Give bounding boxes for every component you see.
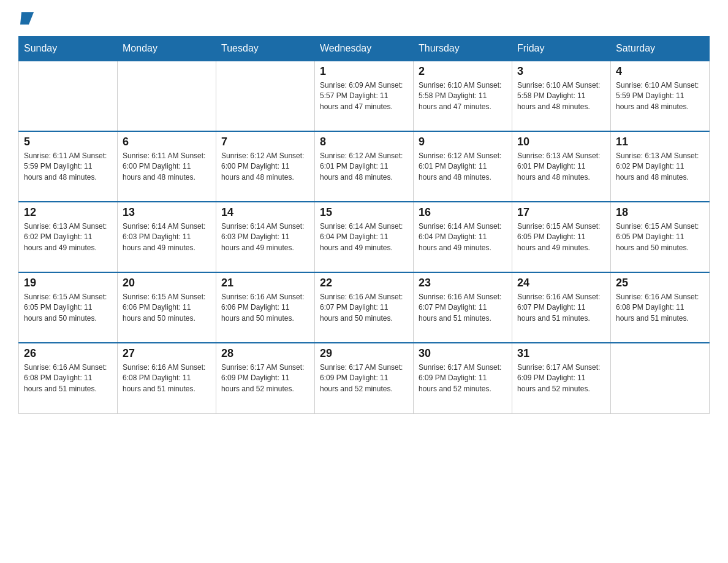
calendar-cell: 28Sunrise: 6:17 AM Sunset: 6:09 PM Dayli… xyxy=(216,343,315,413)
day-info: Sunrise: 6:16 AM Sunset: 6:06 PM Dayligh… xyxy=(221,292,309,324)
day-of-week-header: Tuesday xyxy=(216,37,315,61)
day-number: 6 xyxy=(123,136,211,148)
calendar-cell: 9Sunrise: 6:12 AM Sunset: 6:01 PM Daylig… xyxy=(414,131,512,202)
calendar-cell: 6Sunrise: 6:11 AM Sunset: 6:00 PM Daylig… xyxy=(118,131,216,202)
day-number: 15 xyxy=(320,206,408,219)
calendar-week-row: 1Sunrise: 6:09 AM Sunset: 5:57 PM Daylig… xyxy=(19,61,710,131)
day-info: Sunrise: 6:13 AM Sunset: 6:01 PM Dayligh… xyxy=(517,151,605,183)
day-number: 20 xyxy=(123,277,211,289)
day-number: 28 xyxy=(221,347,309,360)
day-number: 4 xyxy=(616,65,704,78)
day-number: 11 xyxy=(616,136,704,148)
day-info: Sunrise: 6:10 AM Sunset: 5:58 PM Dayligh… xyxy=(419,80,507,112)
calendar-cell: 20Sunrise: 6:15 AM Sunset: 6:06 PM Dayli… xyxy=(118,272,216,343)
calendar-cell: 24Sunrise: 6:16 AM Sunset: 6:07 PM Dayli… xyxy=(512,272,611,343)
day-of-week-header: Friday xyxy=(512,37,611,61)
calendar-header-row: SundayMondayTuesdayWednesdayThursdayFrid… xyxy=(19,37,710,61)
day-number: 27 xyxy=(123,347,211,360)
calendar-week-row: 19Sunrise: 6:15 AM Sunset: 6:05 PM Dayli… xyxy=(19,272,710,343)
day-number: 31 xyxy=(517,347,605,360)
calendar-cell: 18Sunrise: 6:15 AM Sunset: 6:05 PM Dayli… xyxy=(611,202,710,272)
day-number: 17 xyxy=(517,206,605,219)
day-info: Sunrise: 6:16 AM Sunset: 6:08 PM Dayligh… xyxy=(616,292,704,324)
calendar-table: SundayMondayTuesdayWednesdayThursdayFrid… xyxy=(18,36,710,414)
day-of-week-header: Saturday xyxy=(611,37,710,61)
day-info: Sunrise: 6:16 AM Sunset: 6:07 PM Dayligh… xyxy=(517,292,605,324)
day-number: 26 xyxy=(24,347,112,360)
calendar-cell: 21Sunrise: 6:16 AM Sunset: 6:06 PM Dayli… xyxy=(216,272,315,343)
calendar-cell: 3Sunrise: 6:10 AM Sunset: 5:58 PM Daylig… xyxy=(512,61,611,131)
day-info: Sunrise: 6:13 AM Sunset: 6:02 PM Dayligh… xyxy=(24,221,112,253)
day-number: 14 xyxy=(221,206,309,219)
day-info: Sunrise: 6:14 AM Sunset: 6:03 PM Dayligh… xyxy=(221,221,309,253)
page-header xyxy=(18,12,710,25)
day-info: Sunrise: 6:09 AM Sunset: 5:57 PM Dayligh… xyxy=(320,80,408,112)
day-number: 2 xyxy=(419,65,507,78)
calendar-cell: 29Sunrise: 6:17 AM Sunset: 6:09 PM Dayli… xyxy=(315,343,414,413)
day-info: Sunrise: 6:16 AM Sunset: 6:08 PM Dayligh… xyxy=(24,362,112,394)
calendar-cell: 4Sunrise: 6:10 AM Sunset: 5:59 PM Daylig… xyxy=(611,61,710,131)
day-number: 9 xyxy=(419,136,507,148)
calendar-cell: 8Sunrise: 6:12 AM Sunset: 6:01 PM Daylig… xyxy=(315,131,414,202)
calendar-cell: 11Sunrise: 6:13 AM Sunset: 6:02 PM Dayli… xyxy=(611,131,710,202)
day-info: Sunrise: 6:11 AM Sunset: 5:59 PM Dayligh… xyxy=(24,151,112,183)
calendar-cell: 22Sunrise: 6:16 AM Sunset: 6:07 PM Dayli… xyxy=(315,272,414,343)
calendar-week-row: 5Sunrise: 6:11 AM Sunset: 5:59 PM Daylig… xyxy=(19,131,710,202)
day-number: 12 xyxy=(24,206,112,219)
calendar-week-row: 26Sunrise: 6:16 AM Sunset: 6:08 PM Dayli… xyxy=(19,343,710,413)
day-info: Sunrise: 6:16 AM Sunset: 6:07 PM Dayligh… xyxy=(419,292,507,324)
day-number: 29 xyxy=(320,347,408,360)
calendar-cell: 16Sunrise: 6:14 AM Sunset: 6:04 PM Dayli… xyxy=(414,202,512,272)
day-info: Sunrise: 6:15 AM Sunset: 6:06 PM Dayligh… xyxy=(123,292,211,324)
day-info: Sunrise: 6:16 AM Sunset: 6:08 PM Dayligh… xyxy=(123,362,211,394)
day-of-week-header: Monday xyxy=(118,37,216,61)
calendar-cell: 30Sunrise: 6:17 AM Sunset: 6:09 PM Dayli… xyxy=(414,343,512,413)
day-number: 13 xyxy=(123,206,211,219)
calendar-cell: 19Sunrise: 6:15 AM Sunset: 6:05 PM Dayli… xyxy=(19,272,118,343)
day-number: 23 xyxy=(419,277,507,289)
calendar-cell: 31Sunrise: 6:17 AM Sunset: 6:09 PM Dayli… xyxy=(512,343,611,413)
calendar-cell xyxy=(118,61,216,131)
day-info: Sunrise: 6:12 AM Sunset: 6:01 PM Dayligh… xyxy=(419,151,507,183)
day-info: Sunrise: 6:15 AM Sunset: 6:05 PM Dayligh… xyxy=(24,292,112,324)
day-info: Sunrise: 6:14 AM Sunset: 6:04 PM Dayligh… xyxy=(419,221,507,253)
day-number: 22 xyxy=(320,277,408,289)
logo xyxy=(18,12,34,25)
day-info: Sunrise: 6:17 AM Sunset: 6:09 PM Dayligh… xyxy=(419,362,507,394)
calendar-cell: 1Sunrise: 6:09 AM Sunset: 5:57 PM Daylig… xyxy=(315,61,414,131)
day-number: 19 xyxy=(24,277,112,289)
day-info: Sunrise: 6:15 AM Sunset: 6:05 PM Dayligh… xyxy=(616,221,704,253)
calendar-week-row: 12Sunrise: 6:13 AM Sunset: 6:02 PM Dayli… xyxy=(19,202,710,272)
logo-arrow-icon xyxy=(20,12,34,26)
day-of-week-header: Wednesday xyxy=(315,37,414,61)
day-number: 30 xyxy=(419,347,507,360)
day-number: 5 xyxy=(24,136,112,148)
calendar-cell: 26Sunrise: 6:16 AM Sunset: 6:08 PM Dayli… xyxy=(19,343,118,413)
calendar-cell: 2Sunrise: 6:10 AM Sunset: 5:58 PM Daylig… xyxy=(414,61,512,131)
calendar-cell xyxy=(19,61,118,131)
day-info: Sunrise: 6:14 AM Sunset: 6:04 PM Dayligh… xyxy=(320,221,408,253)
day-number: 21 xyxy=(221,277,309,289)
day-info: Sunrise: 6:17 AM Sunset: 6:09 PM Dayligh… xyxy=(517,362,605,394)
day-of-week-header: Sunday xyxy=(19,37,118,61)
day-info: Sunrise: 6:15 AM Sunset: 6:05 PM Dayligh… xyxy=(517,221,605,253)
calendar-cell: 25Sunrise: 6:16 AM Sunset: 6:08 PM Dayli… xyxy=(611,272,710,343)
day-info: Sunrise: 6:17 AM Sunset: 6:09 PM Dayligh… xyxy=(221,362,309,394)
day-number: 24 xyxy=(517,277,605,289)
calendar-cell: 12Sunrise: 6:13 AM Sunset: 6:02 PM Dayli… xyxy=(19,202,118,272)
day-info: Sunrise: 6:10 AM Sunset: 5:59 PM Dayligh… xyxy=(616,80,704,112)
calendar-cell: 10Sunrise: 6:13 AM Sunset: 6:01 PM Dayli… xyxy=(512,131,611,202)
day-info: Sunrise: 6:16 AM Sunset: 6:07 PM Dayligh… xyxy=(320,292,408,324)
day-info: Sunrise: 6:12 AM Sunset: 6:01 PM Dayligh… xyxy=(320,151,408,183)
calendar-cell: 15Sunrise: 6:14 AM Sunset: 6:04 PM Dayli… xyxy=(315,202,414,272)
calendar-cell: 7Sunrise: 6:12 AM Sunset: 6:00 PM Daylig… xyxy=(216,131,315,202)
calendar-cell xyxy=(611,343,710,413)
day-number: 8 xyxy=(320,136,408,148)
calendar-cell xyxy=(216,61,315,131)
calendar-cell: 17Sunrise: 6:15 AM Sunset: 6:05 PM Dayli… xyxy=(512,202,611,272)
day-info: Sunrise: 6:17 AM Sunset: 6:09 PM Dayligh… xyxy=(320,362,408,394)
day-info: Sunrise: 6:14 AM Sunset: 6:03 PM Dayligh… xyxy=(123,221,211,253)
day-number: 7 xyxy=(221,136,309,148)
day-info: Sunrise: 6:13 AM Sunset: 6:02 PM Dayligh… xyxy=(616,151,704,183)
day-number: 1 xyxy=(320,65,408,78)
